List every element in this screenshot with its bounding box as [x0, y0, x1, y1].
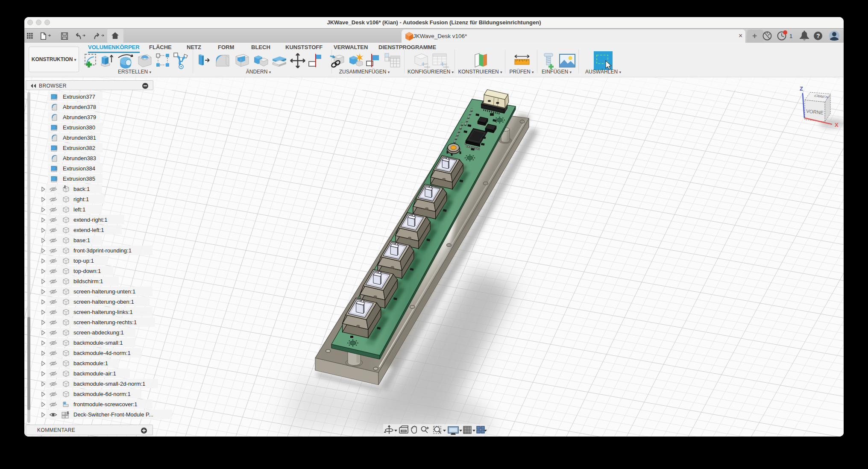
svg-text:?: ? — [816, 32, 820, 39]
svg-text:Z: Z — [800, 85, 803, 92]
svg-text:X: X — [835, 122, 839, 128]
svg-text:1: 1 — [789, 33, 792, 39]
